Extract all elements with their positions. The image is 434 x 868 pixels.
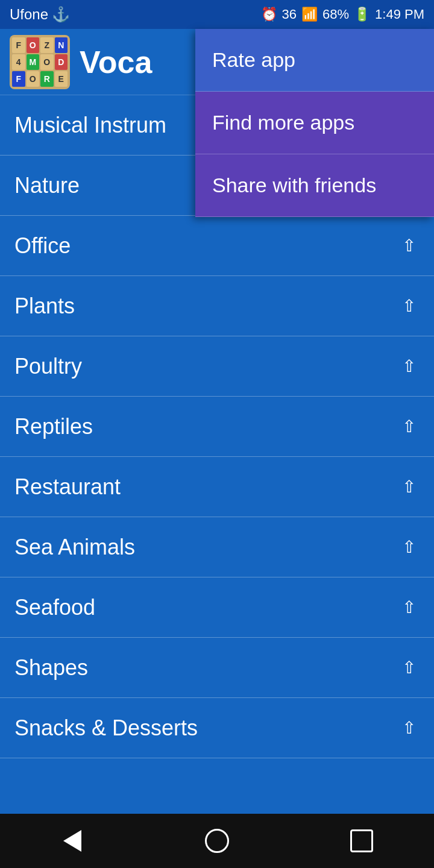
battery-icon: 🔋 [354, 7, 370, 22]
dropdown-item-rate-app[interactable]: Rate app [195, 29, 434, 92]
status-right: ⏰ 36 📶 68% 🔋 1:49 PM [261, 7, 424, 22]
list-item-seafood[interactable]: Seafood ⇧ [0, 577, 434, 638]
list-item-label: Musical Instrum [14, 113, 166, 138]
list-item-restaurant[interactable]: Restaurant ⇧ [0, 457, 434, 517]
logo-tile: R [40, 71, 54, 87]
list-item-plants[interactable]: Plants ⇧ [0, 276, 434, 336]
list-item-label: Plants [14, 294, 75, 319]
chevron-up-icon: ⇧ [398, 356, 420, 377]
logo-tile: 4 [12, 54, 25, 70]
time-text: 1:49 PM [375, 7, 424, 22]
logo-tile: O [40, 54, 54, 70]
list-item-office[interactable]: Office ⇧ [0, 216, 434, 276]
list-item-label: Reptiles [14, 414, 93, 439]
list-item-shapes[interactable]: Shapes ⇧ [0, 638, 434, 698]
battery-text: 68% [322, 7, 349, 22]
list-item-label: Office [14, 233, 71, 259]
dropdown-item-share-with-friends[interactable]: Share with friends [195, 154, 434, 217]
logo-tile: Z [40, 37, 54, 53]
list-item-label: Restaurant [14, 474, 121, 500]
chevron-up-icon: ⇧ [398, 717, 420, 739]
status-left: Ufone ⚓ [10, 6, 70, 23]
logo-tile: E [55, 71, 68, 87]
navigation-bar [0, 814, 434, 868]
list-item-label: Poultry [14, 354, 82, 379]
list-item-label: Seafood [14, 595, 95, 620]
chevron-up-icon: ⇧ [398, 597, 420, 618]
chevron-up-icon: ⇧ [398, 295, 420, 317]
usb-icon: ⚓ [52, 6, 70, 23]
list-item-reptiles[interactable]: Reptiles ⇧ [0, 397, 434, 457]
dropdown-menu[interactable]: Rate app Find more apps Share with frien… [195, 29, 434, 217]
logo-tile: F [12, 37, 25, 53]
recents-button[interactable] [342, 822, 381, 860]
list-item-sea-animals[interactable]: Sea Animals ⇧ [0, 517, 434, 577]
list-item-snacks-desserts[interactable]: Snacks & Desserts ⇧ [0, 698, 434, 758]
logo-tile: M [27, 54, 40, 70]
logo-tile: O [27, 37, 40, 53]
logo-tile: D [55, 54, 68, 70]
list-item-label: Nature [14, 173, 80, 198]
carrier-text: Ufone [10, 6, 48, 23]
chevron-up-icon: ⇧ [398, 235, 420, 257]
back-button[interactable] [53, 822, 92, 860]
logo-tile: F [12, 71, 25, 87]
chevron-up-icon: ⇧ [398, 416, 420, 438]
list-item-label: Sea Animals [14, 535, 135, 560]
list-item-label: Snacks & Desserts [14, 715, 198, 741]
status-bar: Ufone ⚓ ⏰ 36 📶 68% 🔋 1:49 PM [0, 0, 434, 29]
dropdown-item-find-more-apps[interactable]: Find more apps [195, 92, 434, 154]
list-item-poultry[interactable]: Poultry ⇧ [0, 336, 434, 397]
signal-icon: 📶 [301, 7, 318, 22]
logo-tile: N [55, 37, 68, 53]
network-text: 36 [282, 7, 297, 22]
chevron-up-icon: ⇧ [398, 476, 420, 498]
app-logo: F O Z N 4 M O D F O R E [10, 35, 70, 89]
alarm-icon: ⏰ [261, 7, 277, 22]
chevron-up-icon: ⇧ [398, 657, 420, 679]
list-item-label: Shapes [14, 655, 88, 681]
app-title: Voca [80, 44, 152, 80]
logo-tile: O [27, 71, 40, 87]
home-button[interactable] [198, 822, 236, 860]
chevron-up-icon: ⇧ [398, 536, 420, 558]
